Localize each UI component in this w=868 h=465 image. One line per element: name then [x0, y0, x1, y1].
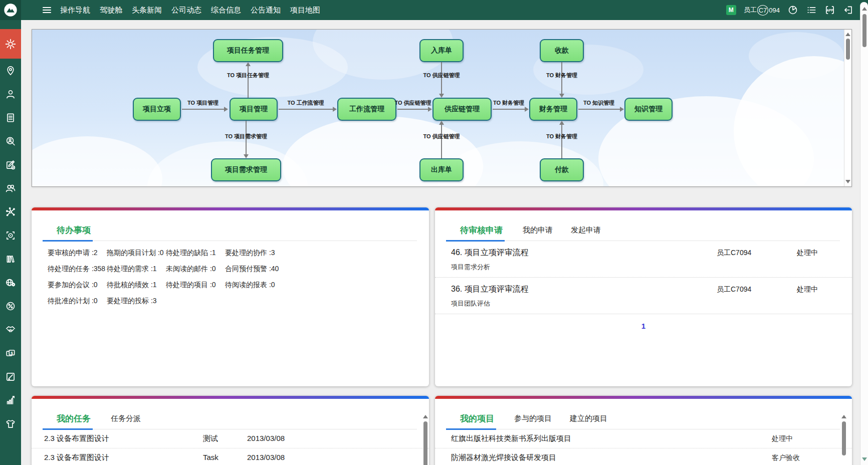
- tab-my-tasks[interactable]: 我的任务: [43, 413, 93, 430]
- project-row[interactable]: 红旗出版社科技类新书系列出版项目 处理中: [435, 429, 852, 448]
- todo-item[interactable]: 待处理的项目 :0: [166, 281, 225, 290]
- menu-item-operation-nav[interactable]: 操作导航: [60, 6, 90, 15]
- scrollbar-thumb[interactable]: [862, 14, 866, 47]
- project-row[interactable]: 防潮器材激光焊接设备研发项目 客户验收: [435, 448, 852, 465]
- menu-item-announcements[interactable]: 公告通知: [251, 6, 281, 15]
- flow-node-workflow-mgmt[interactable]: 工作流管理: [337, 98, 396, 121]
- flow-node-supply-chain-mgmt[interactable]: 供应链管理: [432, 98, 492, 121]
- todo-item[interactable]: 要处理的协作 :3: [225, 249, 300, 258]
- todo-item[interactable]: 待批核的绩效 :1: [107, 281, 166, 290]
- scroll-up-icon[interactable]: [841, 415, 846, 418]
- approval-row[interactable]: 46. 项目立项评审流程 员工C7094 处理中 项目需求分析: [435, 241, 852, 278]
- m-badge[interactable]: M: [726, 5, 736, 15]
- tab-task-assignment[interactable]: 任务分派: [111, 414, 141, 429]
- todo-item[interactable]: 合同预付预警 :40: [225, 265, 300, 274]
- todo-item[interactable]: 拖期的项目计划 :0: [107, 249, 166, 258]
- tab-pending-approvals[interactable]: 待审核申请: [446, 224, 505, 242]
- tab-joined-projects[interactable]: 参与的项目: [514, 414, 552, 429]
- todo-item[interactable]: 待批准的计划 :0: [48, 297, 107, 306]
- scrollbar-thumb[interactable]: [842, 421, 846, 455]
- pie-chart-icon[interactable]: [787, 5, 798, 16]
- list-icon[interactable]: [806, 5, 817, 16]
- todo-item[interactable]: 待处理的缺陷 :1: [166, 249, 225, 258]
- flow-node-knowledge-mgmt[interactable]: 知识管理: [624, 98, 673, 121]
- tasks-scrollbar[interactable]: [422, 414, 428, 465]
- user-name[interactable]: 员工C7094: [744, 5, 780, 16]
- scroll-up-icon[interactable]: [862, 7, 867, 11]
- user-avatar-ring: C7: [757, 5, 769, 16]
- page-scrollbar[interactable]: [860, 2, 868, 465]
- sidebar-item-map[interactable]: [0, 59, 21, 82]
- tab-created-projects[interactable]: 建立的项目: [570, 414, 607, 429]
- flow-node-receipt[interactable]: 收款: [540, 39, 584, 62]
- flow-node-project-initiation[interactable]: 项目立项: [133, 98, 181, 121]
- todo-item[interactable]: 要参加的会议 :0: [48, 281, 107, 290]
- sidebar-item-settings[interactable]: [0, 29, 21, 59]
- flow-arrowhead: [224, 107, 228, 112]
- sidebar-item-globe-settings[interactable]: [0, 271, 21, 294]
- flow-edge-label: TO 供应链管理: [423, 133, 460, 140]
- scroll-up-icon[interactable]: [845, 33, 850, 36]
- tab-start-application[interactable]: 发起申请: [571, 225, 601, 241]
- focus-scan-icon: [5, 230, 16, 241]
- flow-node-inbound-order[interactable]: 入库单: [419, 39, 464, 62]
- sidebar-item-profile[interactable]: [0, 82, 21, 106]
- flow-node-payment[interactable]: 付款: [540, 158, 584, 181]
- flow-node-project-mgmt[interactable]: 项目管理: [230, 98, 278, 121]
- bar-chart-icon: [5, 395, 16, 406]
- task-row[interactable]: 2.3 设备布置图设计 Task 2013/03/08: [32, 448, 429, 465]
- sidebar-item-user-search[interactable]: [0, 129, 21, 153]
- sidebar-item-network[interactable]: [0, 200, 21, 223]
- flowchart-scrollbar[interactable]: [844, 30, 851, 186]
- sidebar-item-write[interactable]: [0, 365, 21, 388]
- app-logo[interactable]: [0, 0, 21, 20]
- sidebar-item-team[interactable]: [0, 176, 21, 200]
- todo-item[interactable]: 待阅读的报表 :0: [225, 281, 300, 290]
- approval-status: 处理中: [797, 285, 818, 294]
- menu-item-company-news[interactable]: 公司动态: [171, 6, 201, 15]
- sidebar-item-focus[interactable]: [0, 223, 21, 247]
- todo-item[interactable]: 待处理的任务 :358: [48, 265, 107, 274]
- logout-icon[interactable]: [843, 5, 854, 16]
- task-row[interactable]: 2.3 设备布置图设计 测试 2013/03/08: [32, 429, 429, 448]
- flow-node-finance-mgmt[interactable]: 财务管理: [529, 98, 577, 121]
- todo-item[interactable]: 未阅读的邮件 :0: [166, 265, 225, 274]
- sidebar-item-partners[interactable]: [0, 318, 21, 341]
- todo-item[interactable]: 要处理的投标 :3: [107, 297, 166, 306]
- scroll-down-icon[interactable]: [845, 180, 850, 183]
- sidebar-item-library[interactable]: [0, 247, 21, 271]
- sidebar-item-reports[interactable]: [0, 388, 21, 412]
- project-status: 处理中: [772, 434, 793, 443]
- flow-node-project-task-mgmt[interactable]: 项目任务管理: [213, 39, 283, 62]
- tab-todo-items[interactable]: 待办事项: [43, 224, 93, 242]
- sidebar-item-discount[interactable]: [0, 294, 21, 318]
- todo-item[interactable]: 待处理的需求 :1: [107, 265, 166, 274]
- cloud-shape: [32, 136, 162, 186]
- scroll-down-icon[interactable]: [862, 457, 867, 461]
- flow-edge-label: TO 财务管理: [546, 133, 577, 140]
- hamburger-menu-icon[interactable]: [43, 7, 51, 13]
- scrollbar-thumb[interactable]: [423, 421, 427, 465]
- app-icon[interactable]: APP: [824, 5, 835, 16]
- projects-scrollbar[interactable]: [841, 414, 847, 465]
- menu-item-cockpit[interactable]: 驾驶舱: [100, 6, 122, 15]
- page-number[interactable]: 1: [641, 322, 645, 330]
- scroll-up-icon[interactable]: [423, 415, 428, 418]
- flow-edge-line: [441, 125, 442, 158]
- sidebar-item-documents[interactable]: [0, 106, 21, 129]
- sidebar-item-finance[interactable]: $: [0, 341, 21, 365]
- flow-node-outbound-order[interactable]: 出库单: [419, 158, 464, 181]
- sidebar-item-tasks[interactable]: [0, 153, 21, 176]
- scrollbar-thumb[interactable]: [846, 39, 850, 60]
- flow-edge-label: TO 项目需求管理: [225, 133, 267, 140]
- menu-item-general-info[interactable]: 综合信息: [211, 6, 241, 15]
- approval-row[interactable]: 36. 项目立项评审流程 员工C7094 处理中 项目团队评估: [435, 278, 852, 314]
- location-pin-icon: [5, 65, 16, 76]
- flow-node-project-requirement-mgmt[interactable]: 项目需求管理: [211, 158, 281, 181]
- tab-my-projects[interactable]: 我的项目: [446, 413, 496, 430]
- tab-my-applications[interactable]: 我的申请: [523, 225, 553, 241]
- menu-item-headlines[interactable]: 头条新闻: [132, 6, 162, 15]
- menu-item-project-map[interactable]: 项目地图: [290, 6, 320, 15]
- sidebar-item-materials[interactable]: [0, 412, 21, 435]
- todo-item[interactable]: 要审核的申请 :2: [48, 249, 107, 258]
